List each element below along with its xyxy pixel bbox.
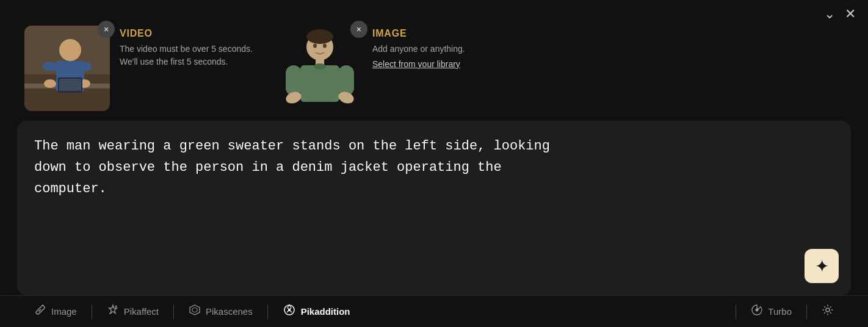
svg-point-22: [323, 44, 327, 48]
image-card: × IMAGE Add anyone or anything. Select f…: [277, 26, 497, 111]
svg-point-28: [288, 309, 291, 311]
toolbar-pikascenes-label: Pikascenes: [206, 306, 253, 317]
toolbar-image-label: Image: [51, 306, 77, 317]
bottom-toolbar: Image Pikaffect Pikascenes: [0, 295, 868, 327]
chevron-down-icon[interactable]: ⌄: [824, 7, 835, 21]
video-thumbnail-wrapper: ×: [24, 26, 110, 111]
video-close-button[interactable]: ×: [98, 21, 115, 38]
toolbar-item-turbo[interactable]: Turbo: [736, 304, 806, 319]
svg-point-30: [826, 308, 830, 312]
svg-point-7: [44, 79, 56, 88]
toolbar-item-pikaffect[interactable]: Pikaffect: [92, 304, 173, 319]
toolbar-right-section: Turbo: [736, 304, 848, 319]
svg-point-13: [306, 29, 333, 44]
image-thumbnail: [277, 26, 363, 111]
pikaffect-icon: [107, 304, 119, 319]
top-bar: ⌄ ✕: [0, 0, 868, 26]
generate-button[interactable]: ✦: [805, 249, 839, 283]
image-attach-icon: [34, 304, 46, 319]
toolbar-item-image[interactable]: Image: [20, 304, 92, 319]
settings-icon: [822, 304, 834, 319]
svg-point-29: [756, 309, 759, 312]
svg-rect-17: [338, 65, 354, 96]
toolbar-item-settings[interactable]: [807, 304, 848, 319]
svg-rect-10: [59, 79, 81, 91]
select-from-library-link[interactable]: Select from your library: [372, 59, 465, 69]
svg-rect-6: [77, 62, 92, 71]
toolbar-turbo-label: Turbo: [768, 306, 792, 317]
video-description: The video must be over 5 seconds. We'll …: [120, 43, 253, 68]
image-card-info: IMAGE Add anyone or anything. Select fro…: [372, 26, 465, 69]
svg-point-20: [314, 63, 326, 70]
svg-point-21: [313, 44, 317, 48]
svg-point-23: [115, 306, 117, 307]
toolbar-item-pikaddition[interactable]: Pikaddition: [268, 303, 365, 320]
toolbar-pikaddition-label: Pikaddition: [301, 306, 350, 317]
video-card: × VIDEO The video must be over 5 seconds…: [24, 26, 253, 111]
video-card-info: VIDEO The video must be over 5 seconds. …: [120, 26, 253, 68]
svg-rect-15: [300, 65, 339, 102]
cards-row: × VIDEO The video must be over 5 seconds…: [0, 26, 868, 121]
pikascenes-icon: [189, 304, 201, 319]
svg-marker-26: [192, 307, 197, 312]
prompt-text[interactable]: The man wearing a green sweater stands o…: [34, 135, 834, 200]
video-type-label: VIDEO: [120, 28, 253, 39]
close-icon[interactable]: ✕: [845, 7, 856, 21]
image-thumbnail-wrapper: ×: [277, 26, 363, 111]
pikaddition-icon: [283, 303, 296, 320]
toolbar-item-pikascenes[interactable]: Pikascenes: [174, 304, 267, 319]
svg-marker-25: [190, 305, 200, 315]
image-close-button[interactable]: ×: [350, 21, 367, 38]
video-thumbnail: [24, 26, 110, 111]
turbo-icon: [751, 304, 763, 319]
image-type-label: IMAGE: [372, 28, 465, 39]
prompt-container: The man wearing a green sweater stands o…: [17, 121, 851, 295]
image-description: Add anyone or anything.: [372, 43, 465, 56]
generate-icon: ✦: [815, 256, 829, 276]
toolbar-pikaffect-label: Pikaffect: [124, 306, 159, 317]
svg-point-3: [59, 39, 81, 61]
svg-rect-16: [286, 65, 302, 96]
svg-rect-5: [43, 62, 57, 71]
svg-point-24: [109, 313, 110, 314]
